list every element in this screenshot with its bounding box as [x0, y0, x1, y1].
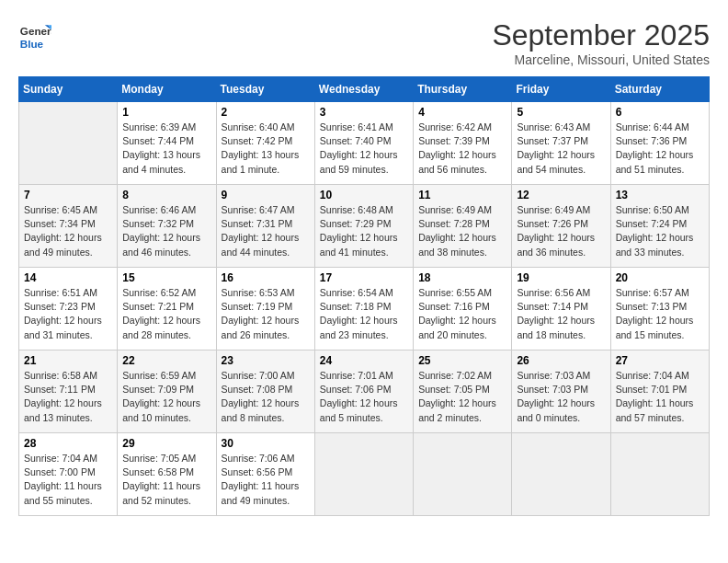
calendar-title: September 2025 — [492, 18, 710, 52]
header: General Blue September 2025 Marceline, M… — [18, 18, 710, 67]
day-info: Sunrise: 6:50 AMSunset: 7:24 PMDaylight:… — [616, 203, 704, 259]
table-row: 7Sunrise: 6:45 AMSunset: 7:34 PMDaylight… — [19, 185, 118, 268]
day-info: Sunrise: 7:02 AMSunset: 7:05 PMDaylight:… — [418, 369, 506, 425]
table-row: 30Sunrise: 7:06 AMSunset: 6:56 PMDayligh… — [216, 433, 314, 516]
day-number: 18 — [418, 271, 506, 284]
day-number: 29 — [122, 437, 210, 450]
table-row: 22Sunrise: 6:59 AMSunset: 7:09 PMDayligh… — [118, 350, 216, 433]
day-number: 17 — [320, 271, 408, 284]
day-number: 13 — [616, 189, 704, 201]
svg-text:General: General — [20, 25, 51, 37]
table-row: 17Sunrise: 6:54 AMSunset: 7:18 PMDayligh… — [314, 268, 413, 350]
table-row: 6Sunrise: 6:44 AMSunset: 7:36 PMDaylight… — [610, 102, 709, 185]
day-info: Sunrise: 6:57 AMSunset: 7:13 PMDaylight:… — [616, 286, 704, 342]
weekday-friday: Friday — [512, 77, 610, 102]
day-number: 5 — [517, 106, 605, 119]
day-number: 1 — [122, 106, 210, 119]
table-row: 24Sunrise: 7:01 AMSunset: 7:06 PMDayligh… — [314, 350, 413, 433]
day-info: Sunrise: 6:55 AMSunset: 7:16 PMDaylight:… — [418, 286, 506, 342]
weekday-monday: Monday — [118, 77, 216, 102]
calendar-header: Sunday Monday Tuesday Wednesday Thursday… — [19, 77, 710, 102]
table-row: 29Sunrise: 7:05 AMSunset: 6:58 PMDayligh… — [118, 433, 216, 516]
weekday-saturday: Saturday — [610, 77, 709, 102]
table-row — [610, 433, 709, 516]
day-info: Sunrise: 7:04 AMSunset: 7:01 PMDaylight:… — [616, 369, 704, 425]
day-number: 2 — [222, 106, 310, 119]
weekday-wednesday: Wednesday — [314, 77, 413, 102]
table-row: 23Sunrise: 7:00 AMSunset: 7:08 PMDayligh… — [216, 350, 314, 433]
day-info: Sunrise: 7:00 AMSunset: 7:08 PMDaylight:… — [222, 369, 310, 425]
table-row: 26Sunrise: 7:03 AMSunset: 7:03 PMDayligh… — [512, 350, 610, 433]
weekday-thursday: Thursday — [414, 77, 512, 102]
day-number: 24 — [320, 354, 408, 367]
svg-text:Blue: Blue — [20, 38, 44, 50]
day-number: 21 — [24, 354, 112, 367]
day-info: Sunrise: 6:46 AMSunset: 7:32 PMDaylight:… — [122, 203, 210, 259]
day-number: 19 — [517, 271, 605, 284]
day-number: 27 — [616, 354, 704, 367]
table-row: 2Sunrise: 6:40 AMSunset: 7:42 PMDaylight… — [216, 102, 314, 185]
day-number: 26 — [517, 354, 605, 367]
day-info: Sunrise: 6:45 AMSunset: 7:34 PMDaylight:… — [24, 203, 112, 259]
day-number: 16 — [222, 271, 310, 284]
table-row: 19Sunrise: 6:56 AMSunset: 7:14 PMDayligh… — [512, 268, 610, 350]
calendar-body: 1Sunrise: 6:39 AMSunset: 7:44 PMDaylight… — [19, 102, 710, 516]
table-row — [414, 433, 512, 516]
day-info: Sunrise: 6:52 AMSunset: 7:21 PMDaylight:… — [122, 286, 210, 342]
day-number: 4 — [418, 106, 506, 119]
day-info: Sunrise: 7:03 AMSunset: 7:03 PMDaylight:… — [517, 369, 605, 425]
day-number: 7 — [24, 189, 112, 201]
day-info: Sunrise: 6:53 AMSunset: 7:19 PMDaylight:… — [222, 286, 310, 342]
day-number: 23 — [222, 354, 310, 367]
day-number: 8 — [122, 189, 210, 201]
table-row: 28Sunrise: 7:04 AMSunset: 7:00 PMDayligh… — [19, 433, 118, 516]
day-number: 25 — [418, 354, 506, 367]
day-info: Sunrise: 6:49 AMSunset: 7:26 PMDaylight:… — [517, 203, 605, 259]
calendar-subtitle: Marceline, Missouri, United States — [492, 52, 710, 67]
day-info: Sunrise: 6:43 AMSunset: 7:37 PMDaylight:… — [517, 121, 605, 177]
table-row: 3Sunrise: 6:41 AMSunset: 7:40 PMDaylight… — [314, 102, 413, 185]
day-info: Sunrise: 6:42 AMSunset: 7:39 PMDaylight:… — [418, 121, 506, 177]
day-info: Sunrise: 7:04 AMSunset: 7:00 PMDaylight:… — [24, 452, 112, 508]
day-info: Sunrise: 6:47 AMSunset: 7:31 PMDaylight:… — [222, 203, 310, 259]
table-row: 13Sunrise: 6:50 AMSunset: 7:24 PMDayligh… — [610, 185, 709, 268]
day-info: Sunrise: 6:39 AMSunset: 7:44 PMDaylight:… — [122, 121, 210, 177]
day-number: 14 — [24, 271, 112, 284]
logo: General Blue — [18, 18, 51, 52]
table-row — [314, 433, 413, 516]
table-row: 10Sunrise: 6:48 AMSunset: 7:29 PMDayligh… — [314, 185, 413, 268]
table-row — [512, 433, 610, 516]
table-row: 11Sunrise: 6:49 AMSunset: 7:28 PMDayligh… — [414, 185, 512, 268]
day-info: Sunrise: 7:05 AMSunset: 6:58 PMDaylight:… — [122, 452, 210, 508]
day-number: 22 — [122, 354, 210, 367]
day-info: Sunrise: 6:41 AMSunset: 7:40 PMDaylight:… — [320, 121, 408, 177]
table-row: 8Sunrise: 6:46 AMSunset: 7:32 PMDaylight… — [118, 185, 216, 268]
table-row: 12Sunrise: 6:49 AMSunset: 7:26 PMDayligh… — [512, 185, 610, 268]
table-row: 9Sunrise: 6:47 AMSunset: 7:31 PMDaylight… — [216, 185, 314, 268]
title-area: September 2025 Marceline, Missouri, Unit… — [492, 18, 710, 67]
table-row: 15Sunrise: 6:52 AMSunset: 7:21 PMDayligh… — [118, 268, 216, 350]
day-info: Sunrise: 6:40 AMSunset: 7:42 PMDaylight:… — [222, 121, 310, 177]
day-info: Sunrise: 7:06 AMSunset: 6:56 PMDaylight:… — [222, 452, 310, 508]
day-number: 6 — [616, 106, 704, 119]
day-info: Sunrise: 6:51 AMSunset: 7:23 PMDaylight:… — [24, 286, 112, 342]
day-number: 11 — [418, 189, 506, 201]
table-row: 25Sunrise: 7:02 AMSunset: 7:05 PMDayligh… — [414, 350, 512, 433]
day-number: 12 — [517, 189, 605, 201]
day-info: Sunrise: 6:44 AMSunset: 7:36 PMDaylight:… — [616, 121, 704, 177]
day-number: 20 — [616, 271, 704, 284]
table-row — [19, 102, 118, 185]
weekday-sunday: Sunday — [19, 77, 118, 102]
day-info: Sunrise: 7:01 AMSunset: 7:06 PMDaylight:… — [320, 369, 408, 425]
table-row: 21Sunrise: 6:58 AMSunset: 7:11 PMDayligh… — [19, 350, 118, 433]
weekday-tuesday: Tuesday — [216, 77, 314, 102]
table-row: 14Sunrise: 6:51 AMSunset: 7:23 PMDayligh… — [19, 268, 118, 350]
table-row: 16Sunrise: 6:53 AMSunset: 7:19 PMDayligh… — [216, 268, 314, 350]
table-row: 18Sunrise: 6:55 AMSunset: 7:16 PMDayligh… — [414, 268, 512, 350]
day-number: 3 — [320, 106, 408, 119]
day-number: 15 — [122, 271, 210, 284]
day-info: Sunrise: 6:48 AMSunset: 7:29 PMDaylight:… — [320, 203, 408, 259]
day-info: Sunrise: 6:56 AMSunset: 7:14 PMDaylight:… — [517, 286, 605, 342]
calendar-table: Sunday Monday Tuesday Wednesday Thursday… — [18, 76, 710, 516]
table-row: 27Sunrise: 7:04 AMSunset: 7:01 PMDayligh… — [610, 350, 709, 433]
